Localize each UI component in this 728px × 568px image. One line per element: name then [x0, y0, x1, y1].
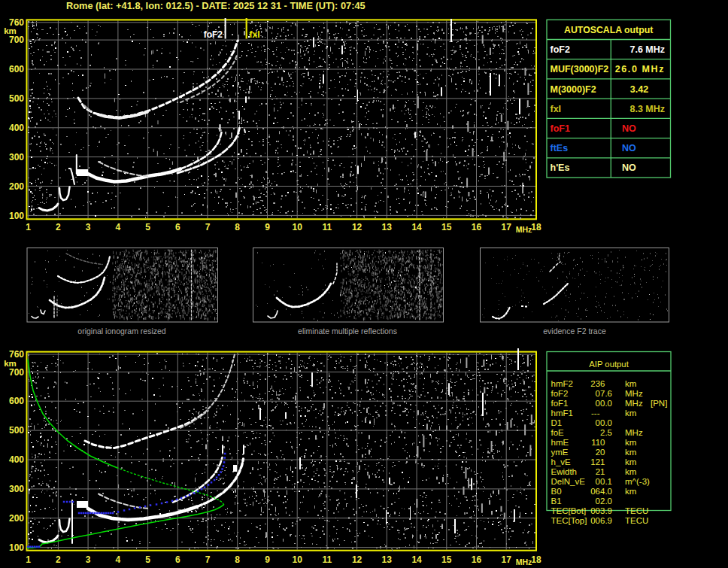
svg-text:2: 2	[56, 222, 61, 232]
svg-text:eliminate multiple reflections: eliminate multiple reflections	[298, 327, 397, 336]
svg-text:02.0: 02.0	[596, 497, 612, 506]
svg-text:236: 236	[590, 379, 605, 388]
svg-text:17: 17	[502, 222, 512, 232]
svg-text:foF2: foF2	[551, 44, 570, 55]
svg-text:TECU: TECU	[625, 506, 648, 515]
svg-text:200: 200	[9, 513, 24, 524]
svg-text:---: ---	[591, 409, 600, 418]
svg-text:NO: NO	[622, 163, 636, 173]
svg-text:500: 500	[9, 93, 24, 104]
svg-text:10: 10	[293, 554, 303, 565]
svg-text:13: 13	[382, 554, 393, 565]
svg-text:100: 100	[9, 211, 24, 221]
svg-text:16: 16	[472, 554, 482, 565]
svg-text:NO: NO	[622, 143, 636, 153]
svg-text:km: km	[625, 487, 636, 496]
svg-text:3: 3	[86, 554, 91, 565]
svg-text:8: 8	[235, 222, 240, 232]
svg-text:5: 5	[145, 554, 150, 565]
svg-text:MHz: MHz	[625, 428, 643, 437]
svg-text:D1: D1	[551, 418, 563, 427]
svg-text:1: 1	[26, 222, 31, 232]
svg-text:MHz: MHz	[516, 557, 532, 566]
svg-text:foF1: foF1	[551, 399, 569, 408]
svg-text:07.6: 07.6	[596, 389, 612, 398]
svg-text:MHz: MHz	[625, 399, 643, 408]
svg-text:3: 3	[86, 222, 91, 232]
svg-text:foF2: foF2	[204, 29, 223, 40]
svg-text:DelN_vE: DelN_vE	[551, 477, 586, 486]
svg-text:original ionogram resized: original ionogram resized	[77, 327, 165, 336]
svg-text:km: km	[625, 438, 636, 447]
svg-text:200: 200	[9, 181, 24, 192]
svg-text:2: 2	[56, 554, 61, 565]
svg-text:10: 10	[293, 222, 303, 232]
svg-text:[PN]: [PN]	[651, 399, 667, 408]
svg-text:100: 100	[9, 542, 24, 553]
svg-text:500: 500	[9, 425, 24, 436]
svg-text:064.0: 064.0	[590, 487, 612, 496]
svg-text:evidence F2 trace: evidence F2 trace	[543, 327, 606, 336]
svg-text:7: 7	[205, 222, 211, 232]
svg-text:15: 15	[441, 554, 452, 565]
svg-text:400: 400	[9, 123, 24, 133]
svg-text:AUTOSCALA output: AUTOSCALA output	[564, 25, 653, 35]
svg-text:700: 700	[9, 35, 24, 45]
svg-text:600: 600	[9, 396, 24, 406]
svg-text:700: 700	[9, 367, 24, 378]
svg-text:h_vE: h_vE	[551, 457, 572, 466]
svg-text:6: 6	[175, 554, 180, 565]
svg-text:Ewidth: Ewidth	[551, 467, 578, 476]
svg-text:18: 18	[531, 222, 541, 232]
svg-text:km: km	[625, 409, 636, 418]
svg-text:9: 9	[265, 222, 270, 232]
svg-text:00.1: 00.1	[596, 477, 612, 486]
svg-text:400: 400	[9, 454, 24, 465]
svg-text:NO: NO	[622, 123, 636, 134]
svg-text:15: 15	[441, 222, 452, 232]
svg-text:2.5: 2.5	[600, 428, 612, 437]
svg-text:00.0: 00.0	[596, 399, 612, 408]
svg-text:fxI: fxI	[250, 29, 260, 40]
svg-text:km: km	[625, 467, 636, 476]
svg-text:5: 5	[145, 222, 150, 232]
svg-text:hmE: hmE	[551, 438, 569, 447]
svg-text:9: 9	[265, 554, 270, 565]
svg-text:4: 4	[116, 554, 121, 565]
svg-text:TEC[Bot]: TEC[Bot]	[551, 506, 587, 515]
svg-text:ftEs: ftEs	[551, 143, 569, 153]
svg-text:16: 16	[472, 222, 482, 232]
svg-text:8: 8	[235, 554, 240, 565]
svg-text:1: 1	[26, 554, 31, 565]
svg-text:12: 12	[352, 554, 362, 565]
svg-text:MUF(3000)F2: MUF(3000)F2	[551, 64, 609, 74]
svg-text:MHz: MHz	[516, 225, 532, 234]
svg-text:003.9: 003.9	[590, 506, 612, 515]
svg-text:7: 7	[205, 554, 211, 565]
svg-text:11: 11	[323, 554, 332, 565]
svg-text:3.42: 3.42	[630, 84, 648, 95]
svg-text:14: 14	[411, 222, 422, 232]
svg-text:00.0: 00.0	[596, 418, 612, 427]
svg-text:6: 6	[175, 222, 180, 232]
svg-text:TEC[Top]: TEC[Top]	[551, 516, 587, 525]
svg-text:21: 21	[596, 467, 605, 476]
svg-text:hmF2: hmF2	[551, 379, 573, 388]
svg-text:km: km	[625, 448, 636, 457]
svg-text:foF2: foF2	[551, 389, 569, 398]
svg-text:foF1: foF1	[551, 123, 570, 134]
svg-text:12: 12	[352, 222, 362, 232]
svg-text:Rome (lat: +41.8, lon: 012.5): Rome (lat: +41.8, lon: 012.5) - DATE: 20…	[66, 0, 366, 11]
svg-text:17: 17	[502, 554, 512, 565]
svg-text:M(3000)F2: M(3000)F2	[551, 84, 596, 95]
svg-text:300: 300	[9, 152, 24, 163]
svg-text:m^(-3): m^(-3)	[625, 477, 650, 486]
svg-text:fxI: fxI	[551, 104, 562, 114]
svg-text:TECU: TECU	[625, 516, 648, 525]
svg-text:ymE: ymE	[551, 448, 569, 457]
svg-text:7.6 MHz: 7.6 MHz	[629, 44, 665, 55]
svg-text:600: 600	[9, 64, 24, 74]
svg-text:foE: foE	[551, 428, 565, 437]
svg-text:km: km	[625, 379, 636, 388]
svg-text:km: km	[625, 457, 636, 466]
